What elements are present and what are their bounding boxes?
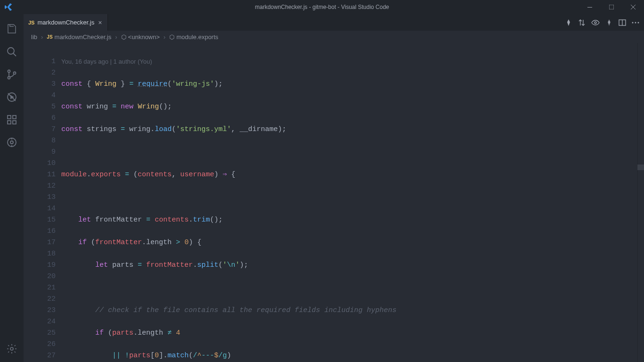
tab-close-icon[interactable]: × bbox=[97, 19, 103, 26]
tab-label: markdownChecker.js bbox=[37, 19, 94, 26]
svg-point-18 bbox=[638, 22, 639, 23]
revision-nav-icon[interactable] bbox=[605, 19, 613, 26]
editor-area: JS markdownChecker.js × lib › JS markdow… bbox=[24, 14, 644, 362]
js-file-icon: JS bbox=[47, 34, 52, 40]
toggle-file-blame-icon[interactable] bbox=[591, 20, 600, 25]
code-content[interactable]: You, 16 days ago | 1 author (You) const … bbox=[56, 43, 644, 362]
svg-rect-7 bbox=[8, 115, 11, 119]
minimize-button[interactable] bbox=[579, 0, 601, 14]
symbol-icon: ⬡ bbox=[169, 33, 174, 41]
breadcrumb-symbol-2[interactable]: module.exports bbox=[176, 33, 218, 41]
close-button[interactable] bbox=[622, 0, 644, 14]
chevron-right-icon: › bbox=[41, 33, 43, 41]
breadcrumb-symbol-1[interactable]: <unknown> bbox=[128, 33, 160, 41]
titlebar: markdownChecker.js - gitme-bot - Visual … bbox=[0, 0, 644, 14]
svg-point-13 bbox=[10, 347, 13, 350]
line-numbers: 1234567891011121314151617181920212223242… bbox=[24, 43, 56, 362]
explorer-icon[interactable] bbox=[0, 18, 23, 41]
gitlens-action-icon[interactable] bbox=[565, 19, 572, 26]
search-icon[interactable] bbox=[0, 41, 23, 63]
symbol-icon: ⬡ bbox=[121, 33, 126, 41]
tab-markdownchecker[interactable]: JS markdownChecker.js × bbox=[24, 14, 108, 31]
svg-rect-8 bbox=[8, 121, 11, 124]
editor-actions bbox=[565, 14, 644, 31]
gitlens-blame[interactable]: You, 16 days ago | 1 author (You) bbox=[56, 56, 644, 67]
svg-rect-9 bbox=[13, 121, 16, 124]
svg-point-12 bbox=[10, 141, 13, 144]
svg-point-4 bbox=[8, 77, 10, 79]
tabs-row: JS markdownChecker.js × bbox=[24, 14, 644, 31]
window-controls bbox=[579, 0, 644, 14]
breadcrumb-folder[interactable]: lib bbox=[31, 33, 37, 41]
svg-rect-0 bbox=[587, 7, 592, 8]
debug-icon[interactable] bbox=[0, 86, 23, 108]
chevron-right-icon: › bbox=[115, 33, 117, 41]
svg-rect-1 bbox=[609, 5, 614, 9]
breadcrumb[interactable]: lib › JS markdownChecker.js › ⬡ <unknown… bbox=[24, 31, 644, 43]
svg-point-5 bbox=[14, 72, 16, 74]
window-title: markdownChecker.js - gitme-bot - Visual … bbox=[255, 4, 389, 10]
gitlens-icon[interactable] bbox=[0, 131, 23, 154]
svg-point-2 bbox=[8, 48, 14, 54]
svg-point-3 bbox=[8, 70, 10, 73]
editor[interactable]: 1234567891011121314151617181920212223242… bbox=[24, 43, 644, 362]
settings-gear-icon[interactable] bbox=[0, 337, 23, 360]
breadcrumb-file[interactable]: markdownChecker.js bbox=[55, 33, 112, 41]
source-control-icon[interactable] bbox=[0, 63, 23, 86]
svg-point-17 bbox=[635, 22, 636, 23]
minimap-slider[interactable] bbox=[637, 165, 644, 170]
maximize-button[interactable] bbox=[601, 0, 622, 14]
svg-rect-10 bbox=[13, 115, 16, 119]
svg-point-16 bbox=[632, 22, 634, 23]
minimap[interactable] bbox=[637, 43, 644, 362]
activity-bar bbox=[0, 14, 24, 362]
split-editor-icon[interactable] bbox=[619, 19, 626, 26]
app-logo bbox=[0, 3, 17, 11]
chevron-right-icon: › bbox=[164, 33, 165, 41]
compare-changes-icon[interactable] bbox=[578, 19, 586, 26]
extensions-icon[interactable] bbox=[0, 108, 23, 131]
js-file-icon: JS bbox=[28, 20, 34, 25]
more-actions-icon[interactable] bbox=[632, 22, 639, 24]
svg-point-14 bbox=[594, 22, 596, 24]
